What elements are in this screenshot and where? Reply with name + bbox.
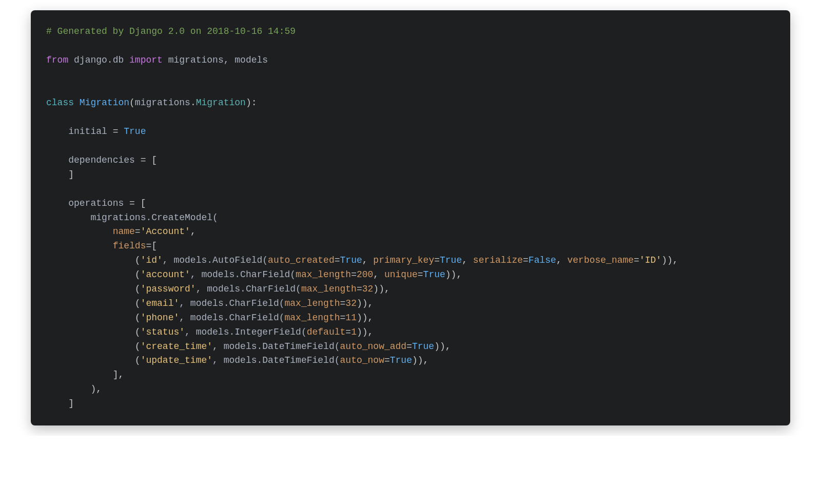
- param-name: name: [113, 226, 135, 237]
- comment-line: # Generated by Django 2.0 on 2018-10-16 …: [46, 26, 296, 36]
- module-name: django.db: [74, 55, 124, 65]
- class-name: Migration: [80, 98, 129, 108]
- field-account: 'account': [141, 269, 190, 280]
- create-close: ),: [90, 384, 102, 394]
- model-name-value: 'Account': [141, 226, 190, 237]
- kw-import: import: [129, 55, 163, 65]
- true-literal: True: [124, 126, 146, 137]
- field-phone: 'phone': [141, 313, 180, 323]
- base-class: Migration: [196, 98, 246, 108]
- field-status: 'status': [141, 327, 185, 337]
- create-model-call: migrations.CreateModel(: [90, 212, 218, 223]
- attr-operations: operations: [68, 198, 124, 208]
- kw-class: class: [46, 98, 74, 108]
- code-content: # Generated by Django 2.0 on 2018-10-16 …: [46, 25, 775, 411]
- field-email: 'email': [141, 298, 180, 308]
- base-module: migrations: [135, 98, 190, 108]
- field-update-time: 'update_time': [141, 355, 212, 365]
- kw-from: from: [46, 55, 68, 65]
- attr-initial: initial: [68, 126, 107, 137]
- param-fields: fields: [113, 241, 146, 251]
- field-create-time: 'create_time': [141, 341, 212, 352]
- attr-dependencies: dependencies: [68, 155, 135, 165]
- ops-close: ]: [68, 398, 74, 409]
- import-names: migrations, models: [168, 55, 268, 65]
- fields-close: ],: [113, 370, 124, 380]
- field-id: 'id': [141, 255, 163, 265]
- field-password: 'password': [141, 284, 196, 294]
- code-block: # Generated by Django 2.0 on 2018-10-16 …: [31, 10, 790, 425]
